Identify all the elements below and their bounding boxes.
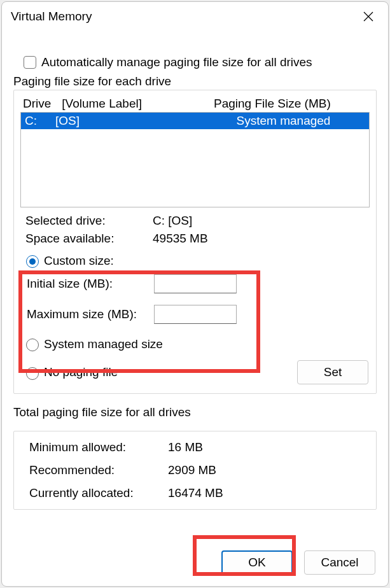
drive-row[interactable]: C: [OS] System managed — [21, 113, 369, 129]
drive-volume-label: [OS] — [55, 114, 221, 128]
maximum-size-input[interactable] — [154, 305, 237, 324]
dialog-content: Automatically manage paging file size fo… — [2, 30, 388, 535]
custom-size-row: Custom size: — [20, 253, 370, 268]
system-managed-radio[interactable] — [26, 339, 39, 351]
drive-list-header: Drive [Volume Label] Paging File Size (M… — [20, 94, 370, 112]
header-volume: [Volume Label] — [62, 97, 142, 110]
selected-drive-value: C: [OS] — [153, 214, 192, 228]
dialog-title: Virtual Memory — [11, 10, 92, 24]
virtual-memory-dialog: Virtual Memory Automatically manage pagi… — [1, 1, 389, 587]
paging-file-group: Drive [Volume Label] Paging File Size (M… — [13, 90, 377, 394]
space-available-row: Space available: 49535 MB — [20, 232, 370, 246]
minimum-label: Minimum allowed: — [29, 440, 168, 454]
selected-drive-label: Selected drive: — [25, 214, 153, 228]
maximum-size-row: Maximum size (MB): — [20, 305, 370, 324]
drive-paging-size: System managed — [221, 114, 365, 128]
total-paging-group: Minimum allowed: 16 MB Recommended: 2909… — [13, 431, 377, 510]
no-paging-row: No paging file Set — [20, 360, 370, 384]
custom-size-radio[interactable] — [26, 255, 39, 268]
space-available-label: Space available: — [25, 232, 153, 246]
minimum-row: Minimum allowed: 16 MB — [25, 440, 367, 454]
header-drive: Drive — [23, 97, 59, 111]
custom-size-label: Custom size: — [44, 254, 114, 268]
no-paging-label: No paging file — [44, 365, 118, 379]
header-size: Paging File Size (MB) — [214, 97, 331, 111]
maximum-size-label: Maximum size (MB): — [27, 307, 154, 321]
selected-drive-row: Selected drive: C: [OS] — [20, 214, 370, 228]
set-button[interactable]: Set — [297, 360, 368, 384]
allocated-row: Currently allocated: 16474 MB — [25, 486, 367, 500]
close-button[interactable] — [358, 6, 379, 27]
recommended-label: Recommended: — [29, 463, 168, 477]
allocated-value: 16474 MB — [168, 486, 223, 500]
initial-size-input[interactable] — [154, 274, 237, 293]
group2-label: Total paging file size for all drives — [13, 405, 377, 419]
auto-manage-checkbox[interactable] — [24, 56, 36, 69]
initial-size-label: Initial size (MB): — [27, 277, 154, 291]
initial-size-row: Initial size (MB): — [20, 274, 370, 293]
recommended-row: Recommended: 2909 MB — [25, 463, 367, 477]
drive-letter: C: — [25, 114, 55, 128]
titlebar: Virtual Memory — [2, 2, 388, 30]
system-managed-row: System managed size — [20, 337, 370, 351]
minimum-value: 16 MB — [168, 440, 203, 454]
group1-label: Paging file size for each drive — [13, 74, 377, 88]
recommended-value: 2909 MB — [168, 463, 216, 477]
drive-list[interactable]: C: [OS] System managed — [20, 112, 370, 207]
allocated-label: Currently allocated: — [29, 486, 168, 500]
auto-manage-row: Automatically manage paging file size fo… — [21, 54, 377, 71]
no-paging-radio[interactable] — [26, 367, 39, 380]
system-managed-label: System managed size — [44, 337, 163, 351]
cancel-button[interactable]: Cancel — [304, 550, 375, 575]
ok-button[interactable]: OK — [221, 550, 293, 575]
close-icon — [363, 11, 373, 22]
auto-manage-label: Automatically manage paging file size fo… — [41, 55, 312, 69]
space-available-value: 49535 MB — [153, 232, 208, 246]
dialog-footer: OK Cancel — [2, 535, 388, 586]
